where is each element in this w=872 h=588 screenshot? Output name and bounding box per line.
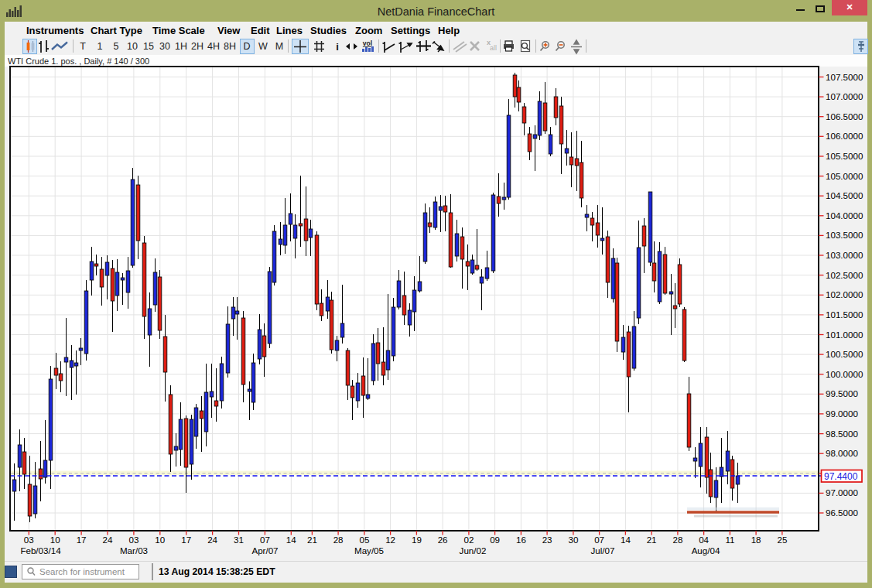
svg-text:107.5000: 107.5000 (826, 72, 863, 82)
svg-text:107.0000: 107.0000 (826, 91, 863, 101)
svg-text:96.5000: 96.5000 (826, 508, 858, 518)
svg-text:03: 03 (128, 535, 138, 545)
svg-text:Jul/07: Jul/07 (591, 545, 615, 556)
svg-text:21: 21 (307, 535, 317, 545)
svg-text:101.0000: 101.0000 (826, 330, 863, 340)
svg-text:105.5000: 105.5000 (826, 151, 863, 161)
svg-text:106.5000: 106.5000 (826, 111, 863, 121)
svg-text:11: 11 (725, 535, 734, 545)
svg-text:07: 07 (260, 535, 270, 545)
svg-text:103.5000: 103.5000 (826, 230, 863, 240)
svg-text:10: 10 (50, 535, 60, 545)
svg-text:28: 28 (672, 535, 682, 545)
svg-text:104.0000: 104.0000 (826, 210, 863, 220)
svg-text:100.5000: 100.5000 (826, 349, 863, 359)
svg-text:25: 25 (777, 535, 787, 545)
svg-text:31: 31 (234, 535, 244, 545)
svg-text:23: 23 (542, 535, 552, 545)
svg-text:09: 09 (490, 535, 500, 545)
svg-text:14: 14 (286, 535, 296, 545)
svg-text:101.5000: 101.5000 (826, 309, 863, 320)
svg-text:105.0000: 105.0000 (826, 171, 863, 181)
svg-text:21: 21 (647, 535, 657, 545)
svg-text:04: 04 (699, 535, 709, 545)
svg-text:05: 05 (359, 535, 369, 545)
svg-text:17: 17 (77, 535, 87, 545)
svg-text:18: 18 (751, 535, 761, 545)
svg-text:19: 19 (412, 535, 422, 545)
svg-text:103.0000: 103.0000 (826, 250, 863, 260)
svg-text:100.0000: 100.0000 (826, 369, 863, 379)
svg-text:02: 02 (463, 535, 474, 545)
svg-text:14: 14 (621, 535, 631, 545)
svg-text:97.4400: 97.4400 (824, 471, 858, 482)
svg-text:May/05: May/05 (354, 545, 384, 556)
svg-text:03: 03 (24, 535, 34, 545)
svg-text:30: 30 (568, 535, 578, 545)
svg-text:24: 24 (103, 535, 113, 545)
svg-text:98.0000: 98.0000 (826, 448, 858, 458)
svg-text:Jun/02: Jun/02 (460, 545, 487, 556)
svg-text:Mar/03: Mar/03 (120, 545, 148, 556)
svg-text:Apr/07: Apr/07 (251, 545, 278, 556)
svg-text:26: 26 (438, 535, 448, 545)
svg-text:99.5000: 99.5000 (826, 388, 858, 398)
svg-text:97.0000: 97.0000 (826, 487, 858, 497)
svg-text:24: 24 (207, 535, 217, 545)
svg-text:07: 07 (594, 535, 604, 545)
svg-text:104.5000: 104.5000 (826, 190, 863, 200)
svg-text:102.5000: 102.5000 (826, 270, 863, 280)
svg-text:102.0000: 102.0000 (826, 289, 863, 299)
svg-text:16: 16 (516, 535, 526, 545)
svg-text:12: 12 (385, 535, 395, 545)
svg-text:99.0000: 99.0000 (826, 409, 858, 419)
svg-text:17: 17 (181, 535, 191, 545)
svg-text:106.0000: 106.0000 (826, 131, 863, 141)
svg-text:98.5000: 98.5000 (826, 429, 858, 439)
svg-text:28: 28 (333, 535, 344, 545)
svg-text:10: 10 (155, 535, 165, 545)
svg-text:Aug/04: Aug/04 (692, 545, 720, 556)
svg-text:Feb/03/14: Feb/03/14 (20, 545, 61, 556)
